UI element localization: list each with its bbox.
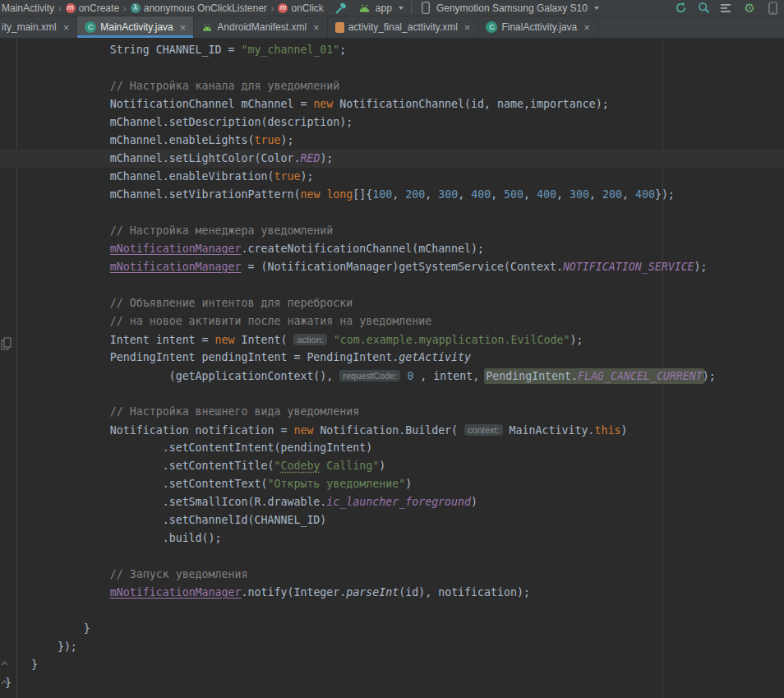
code-line: .setContentText("Открыть уведомление") bbox=[0, 475, 784, 493]
code-line: mChannel.setVibrationPattern(new long[]{… bbox=[0, 186, 784, 204]
editor-tab[interactable]: AndroidManifest.xml× bbox=[194, 16, 327, 38]
code-line: } bbox=[0, 674, 784, 692]
breadcrumb-item[interactable]: λanonymous OnClickListener bbox=[129, 2, 269, 14]
top-toolbar: MainActivity›monCreate›λanonymous OnClic… bbox=[0, 0, 784, 16]
breadcrumb-item[interactable]: monClick bbox=[276, 2, 325, 14]
code-line: mChannel.enableLights(true); bbox=[0, 132, 784, 150]
code-line bbox=[0, 276, 784, 294]
fold-marker-icon[interactable] bbox=[1, 680, 8, 685]
editor[interactable]: String CHANNEL_ID = "my_channel_01"; // … bbox=[0, 38, 784, 698]
code-line: .setContentTitle("Codeby Calling") bbox=[0, 457, 784, 475]
tab-close-icon[interactable]: × bbox=[313, 22, 320, 33]
breadcrumb-separator: › bbox=[269, 3, 277, 13]
code-area: String CHANNEL_ID = "my_channel_01"; // … bbox=[0, 38, 784, 692]
code-line: mChannel.setDescription(description); bbox=[0, 113, 784, 132]
code-line: // Настройка канала для уведомлений bbox=[0, 77, 784, 95]
profiler-icon[interactable] bbox=[720, 2, 733, 15]
device-phone-icon bbox=[419, 2, 432, 15]
build-hammer-button[interactable] bbox=[335, 2, 348, 15]
code-line bbox=[0, 204, 784, 222]
device-selector-label: Genymotion Samsung Galaxy S10 bbox=[436, 2, 588, 14]
editor-tab[interactable]: CFinalActtivity.java× bbox=[478, 16, 597, 38]
java-class-icon: C bbox=[85, 21, 96, 33]
attach-debugger-icon[interactable] bbox=[697, 2, 710, 15]
anonymous-class-icon: λ bbox=[131, 3, 141, 13]
code-line bbox=[0, 602, 784, 620]
tab-close-icon[interactable]: × bbox=[63, 22, 70, 33]
breadcrumb-separator: › bbox=[121, 3, 129, 13]
tab-label: activity_final_acttivity.xml bbox=[348, 21, 458, 33]
code-line: .build(); bbox=[0, 529, 784, 548]
code-line bbox=[0, 548, 784, 566]
breadcrumb-separator: › bbox=[56, 3, 64, 13]
code-line bbox=[0, 385, 784, 403]
sync-icon[interactable] bbox=[674, 2, 687, 15]
code-line: } bbox=[0, 620, 784, 638]
code-line: // Запуск уведомления bbox=[0, 566, 784, 584]
code-line: .setChannelId(CHANNEL_ID) bbox=[0, 511, 784, 529]
chevron-down-icon bbox=[594, 7, 599, 10]
tab-label: MainActivity.java bbox=[100, 21, 173, 33]
code-line bbox=[0, 59, 784, 77]
code-line: String CHANNEL_ID = "my_channel_01"; bbox=[0, 41, 784, 59]
breadcrumb-item[interactable]: monCreate bbox=[64, 2, 121, 14]
tab-label: FinalActtivity.java bbox=[501, 21, 577, 33]
code-line: } bbox=[0, 656, 784, 674]
code-line: mChannel.enableVibration(true); bbox=[0, 168, 784, 186]
android-icon bbox=[201, 24, 213, 31]
code-line: mNotificationManager.createNotificationC… bbox=[0, 240, 784, 258]
device-manager-icon[interactable] bbox=[766, 2, 779, 15]
code-line: PendingIntent pendingIntent = PendingInt… bbox=[0, 349, 784, 367]
tab-label: ity_main.xml bbox=[2, 21, 57, 33]
breadcrumb-label: anonymous OnClickListener bbox=[144, 2, 267, 14]
method-icon: m bbox=[66, 3, 76, 13]
code-line: (getApplicationContext(), requestCode: 0… bbox=[0, 367, 784, 385]
clipboard-icon[interactable] bbox=[1, 337, 12, 350]
code-line: NotificationChannel mChannel = new Notif… bbox=[0, 95, 784, 113]
toolbar-right-icons: ⚙ bbox=[674, 2, 779, 15]
tab-bar: ity_main.xml×CMainActivity.java×AndroidM… bbox=[0, 16, 784, 38]
layout-file-icon bbox=[335, 22, 344, 33]
build-hammer-icon bbox=[335, 2, 348, 15]
editor-tab[interactable]: CMainActivity.java× bbox=[77, 16, 194, 38]
code-line: // Настройка менеджера уведомлений bbox=[0, 222, 784, 240]
tab-close-icon[interactable]: × bbox=[180, 22, 187, 33]
code-line: mChannel.setLightColor(Color.RED); bbox=[0, 150, 784, 168]
code-line: // Настройка внешнего вида уведомления bbox=[0, 403, 784, 421]
java-class-icon: C bbox=[486, 21, 497, 33]
code-line: Notification notification = new Notifica… bbox=[0, 421, 784, 439]
editor-tab[interactable]: activity_final_acttivity.xml× bbox=[328, 16, 479, 38]
run-config-label: app bbox=[376, 2, 392, 14]
code-line: // Объявление интентов для переброски bbox=[0, 294, 784, 312]
code-line: mNotificationManager.notify(Integer.pars… bbox=[0, 584, 784, 602]
tab-close-icon[interactable]: × bbox=[583, 22, 590, 33]
device-selector[interactable]: Genymotion Samsung Galaxy S10 bbox=[419, 2, 599, 15]
code-line: .setSmallIcon(R.drawable.ic_launcher_for… bbox=[0, 493, 784, 511]
code-line: Intent intent = new Intent( action: "com… bbox=[0, 331, 784, 349]
tab-close-icon[interactable]: × bbox=[464, 22, 471, 33]
breadcrumb-label: MainActivity bbox=[2, 2, 54, 14]
breadcrumb-bar: MainActivity›monCreate›λanonymous OnClic… bbox=[0, 2, 325, 14]
breadcrumb-label: onClick bbox=[291, 2, 323, 14]
method-icon: m bbox=[278, 3, 288, 13]
settings-gear-icon[interactable]: ⚙ bbox=[743, 2, 756, 15]
run-config-selector[interactable]: app bbox=[358, 2, 404, 15]
breadcrumb-label: onCreate bbox=[79, 2, 119, 14]
code-line: mNotificationManager = (NotificationMana… bbox=[0, 258, 784, 276]
toolbar-separator bbox=[411, 2, 412, 14]
code-line: }); bbox=[0, 638, 784, 656]
code-line: .setContentIntent(pendingIntent) bbox=[0, 439, 784, 457]
chevron-down-icon bbox=[399, 7, 404, 10]
breadcrumb-item[interactable]: MainActivity bbox=[0, 2, 56, 14]
tab-label: AndroidManifest.xml bbox=[217, 21, 307, 33]
editor-tab[interactable]: ity_main.xml× bbox=[0, 16, 77, 38]
fold-marker-icon[interactable] bbox=[1, 661, 8, 666]
code-line: // на новое активити после нажатия на ув… bbox=[0, 312, 784, 331]
android-icon bbox=[358, 2, 371, 15]
